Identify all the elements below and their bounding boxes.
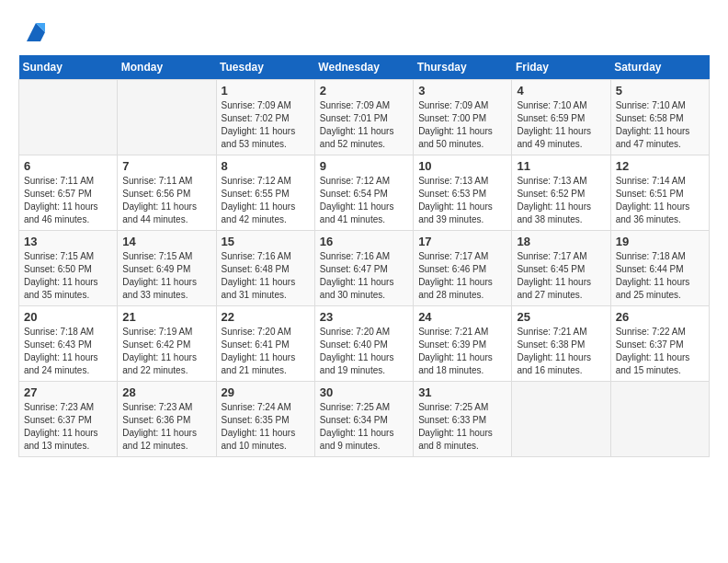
day-number: 4 xyxy=(517,84,605,98)
cell-info: Sunrise: 7:22 AM Sunset: 6:37 PM Dayligh… xyxy=(616,326,704,377)
cell-info: Sunrise: 7:12 AM Sunset: 6:55 PM Dayligh… xyxy=(222,175,310,226)
cell-info: Sunrise: 7:19 AM Sunset: 6:42 PM Dayligh… xyxy=(122,326,210,377)
calendar-cell: 24Sunrise: 7:21 AM Sunset: 6:39 PM Dayli… xyxy=(414,306,512,382)
calendar-cell xyxy=(118,80,216,155)
calendar-cell: 25Sunrise: 7:21 AM Sunset: 6:38 PM Dayli… xyxy=(512,306,610,382)
day-number: 21 xyxy=(122,310,210,324)
day-number: 31 xyxy=(418,385,506,399)
cell-info: Sunrise: 7:09 AM Sunset: 7:02 PM Dayligh… xyxy=(222,99,310,151)
cell-info: Sunrise: 7:15 AM Sunset: 6:50 PM Dayligh… xyxy=(24,250,112,302)
calendar-cell: 1Sunrise: 7:09 AM Sunset: 7:02 PM Daylig… xyxy=(216,80,314,155)
calendar-cell xyxy=(19,80,118,155)
day-number: 15 xyxy=(222,235,310,248)
day-of-week-header: Sunday xyxy=(19,55,118,80)
day-number: 30 xyxy=(320,385,408,399)
day-of-week-header: Saturday xyxy=(610,55,709,80)
calendar-cell: 23Sunrise: 7:20 AM Sunset: 6:40 PM Dayli… xyxy=(314,306,413,382)
logo xyxy=(18,18,50,46)
calendar-week-row: 13Sunrise: 7:15 AM Sunset: 6:50 PM Dayli… xyxy=(19,231,710,306)
day-number: 2 xyxy=(320,84,408,98)
calendar-cell xyxy=(610,382,709,457)
day-of-week-header: Monday xyxy=(118,55,216,80)
cell-info: Sunrise: 7:15 AM Sunset: 6:49 PM Dayligh… xyxy=(122,250,210,302)
day-number: 14 xyxy=(122,235,210,248)
day-number: 1 xyxy=(222,84,310,98)
day-number: 28 xyxy=(122,385,210,399)
calendar-cell: 18Sunrise: 7:17 AM Sunset: 6:45 PM Dayli… xyxy=(512,231,610,306)
cell-info: Sunrise: 7:13 AM Sunset: 6:52 PM Dayligh… xyxy=(517,175,605,226)
calendar-cell: 15Sunrise: 7:16 AM Sunset: 6:48 PM Dayli… xyxy=(216,231,314,306)
cell-info: Sunrise: 7:11 AM Sunset: 6:57 PM Dayligh… xyxy=(24,175,112,226)
cell-info: Sunrise: 7:20 AM Sunset: 6:41 PM Dayligh… xyxy=(222,326,310,377)
logo-icon xyxy=(22,18,50,46)
cell-info: Sunrise: 7:21 AM Sunset: 6:38 PM Dayligh… xyxy=(517,326,605,377)
cell-info: Sunrise: 7:16 AM Sunset: 6:47 PM Dayligh… xyxy=(320,250,408,302)
calendar-header-row: SundayMondayTuesdayWednesdayThursdayFrid… xyxy=(19,55,710,80)
calendar-cell: 10Sunrise: 7:13 AM Sunset: 6:53 PM Dayli… xyxy=(414,155,512,231)
cell-info: Sunrise: 7:12 AM Sunset: 6:54 PM Dayligh… xyxy=(320,175,408,226)
calendar-cell: 13Sunrise: 7:15 AM Sunset: 6:50 PM Dayli… xyxy=(19,231,118,306)
calendar-cell: 5Sunrise: 7:10 AM Sunset: 6:58 PM Daylig… xyxy=(610,80,709,155)
day-number: 7 xyxy=(122,159,210,173)
calendar-cell: 12Sunrise: 7:14 AM Sunset: 6:51 PM Dayli… xyxy=(610,155,709,231)
day-number: 10 xyxy=(418,159,506,173)
cell-info: Sunrise: 7:18 AM Sunset: 6:44 PM Dayligh… xyxy=(616,250,704,302)
day-of-week-header: Wednesday xyxy=(314,55,413,80)
day-number: 27 xyxy=(24,385,112,399)
day-number: 22 xyxy=(222,310,310,324)
calendar-cell: 19Sunrise: 7:18 AM Sunset: 6:44 PM Dayli… xyxy=(610,231,709,306)
logo-text xyxy=(18,18,50,46)
calendar-cell: 8Sunrise: 7:12 AM Sunset: 6:55 PM Daylig… xyxy=(216,155,314,231)
day-number: 16 xyxy=(320,235,408,248)
cell-info: Sunrise: 7:24 AM Sunset: 6:35 PM Dayligh… xyxy=(222,401,310,453)
cell-info: Sunrise: 7:25 AM Sunset: 6:33 PM Dayligh… xyxy=(418,401,506,453)
cell-info: Sunrise: 7:14 AM Sunset: 6:51 PM Dayligh… xyxy=(616,175,704,226)
cell-info: Sunrise: 7:17 AM Sunset: 6:46 PM Dayligh… xyxy=(418,250,506,302)
calendar-week-row: 1Sunrise: 7:09 AM Sunset: 7:02 PM Daylig… xyxy=(19,80,710,155)
day-number: 18 xyxy=(517,235,605,248)
day-number: 25 xyxy=(517,310,605,324)
day-number: 20 xyxy=(24,310,112,324)
day-number: 29 xyxy=(222,385,310,399)
cell-info: Sunrise: 7:09 AM Sunset: 7:01 PM Dayligh… xyxy=(320,99,408,151)
cell-info: Sunrise: 7:20 AM Sunset: 6:40 PM Dayligh… xyxy=(320,326,408,377)
day-number: 19 xyxy=(616,235,704,248)
day-number: 12 xyxy=(616,159,704,173)
calendar-cell: 27Sunrise: 7:23 AM Sunset: 6:37 PM Dayli… xyxy=(19,382,118,457)
day-number: 17 xyxy=(418,235,506,248)
day-of-week-header: Friday xyxy=(512,55,610,80)
day-number: 11 xyxy=(517,159,605,173)
cell-info: Sunrise: 7:23 AM Sunset: 6:36 PM Dayligh… xyxy=(122,401,210,453)
calendar-cell: 9Sunrise: 7:12 AM Sunset: 6:54 PM Daylig… xyxy=(314,155,413,231)
calendar-cell: 21Sunrise: 7:19 AM Sunset: 6:42 PM Dayli… xyxy=(118,306,216,382)
cell-info: Sunrise: 7:16 AM Sunset: 6:48 PM Dayligh… xyxy=(222,250,310,302)
calendar-cell: 16Sunrise: 7:16 AM Sunset: 6:47 PM Dayli… xyxy=(314,231,413,306)
calendar-cell: 11Sunrise: 7:13 AM Sunset: 6:52 PM Dayli… xyxy=(512,155,610,231)
calendar-week-row: 27Sunrise: 7:23 AM Sunset: 6:37 PM Dayli… xyxy=(19,382,710,457)
day-number: 9 xyxy=(320,159,408,173)
calendar-cell: 7Sunrise: 7:11 AM Sunset: 6:56 PM Daylig… xyxy=(118,155,216,231)
cell-info: Sunrise: 7:10 AM Sunset: 6:59 PM Dayligh… xyxy=(517,99,605,151)
day-number: 23 xyxy=(320,310,408,324)
cell-info: Sunrise: 7:25 AM Sunset: 6:34 PM Dayligh… xyxy=(320,401,408,453)
calendar-cell xyxy=(512,382,610,457)
calendar-cell: 14Sunrise: 7:15 AM Sunset: 6:49 PM Dayli… xyxy=(118,231,216,306)
day-of-week-header: Thursday xyxy=(414,55,512,80)
calendar-cell: 26Sunrise: 7:22 AM Sunset: 6:37 PM Dayli… xyxy=(610,306,709,382)
day-number: 26 xyxy=(616,310,704,324)
cell-info: Sunrise: 7:09 AM Sunset: 7:00 PM Dayligh… xyxy=(418,99,506,151)
day-number: 3 xyxy=(418,84,506,98)
calendar-cell: 22Sunrise: 7:20 AM Sunset: 6:41 PM Dayli… xyxy=(216,306,314,382)
calendar-cell: 20Sunrise: 7:18 AM Sunset: 6:43 PM Dayli… xyxy=(19,306,118,382)
day-number: 5 xyxy=(616,84,704,98)
day-of-week-header: Tuesday xyxy=(216,55,314,80)
day-number: 24 xyxy=(418,310,506,324)
cell-info: Sunrise: 7:18 AM Sunset: 6:43 PM Dayligh… xyxy=(24,326,112,377)
cell-info: Sunrise: 7:17 AM Sunset: 6:45 PM Dayligh… xyxy=(517,250,605,302)
calendar-week-row: 20Sunrise: 7:18 AM Sunset: 6:43 PM Dayli… xyxy=(19,306,710,382)
day-number: 6 xyxy=(24,159,112,173)
calendar-cell: 30Sunrise: 7:25 AM Sunset: 6:34 PM Dayli… xyxy=(314,382,413,457)
day-number: 13 xyxy=(24,235,112,248)
calendar: SundayMondayTuesdayWednesdayThursdayFrid… xyxy=(18,55,710,457)
calendar-cell: 31Sunrise: 7:25 AM Sunset: 6:33 PM Dayli… xyxy=(414,382,512,457)
